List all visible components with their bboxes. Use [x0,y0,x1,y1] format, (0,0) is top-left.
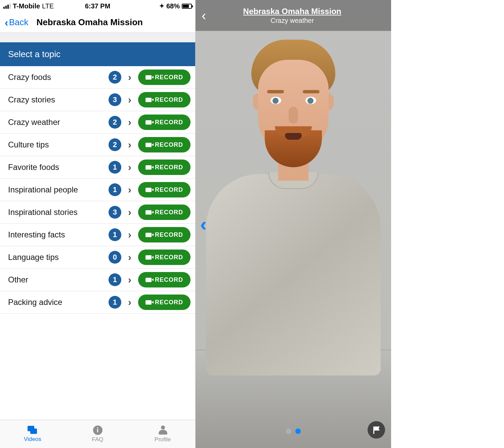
topic-label: Crazy foods [8,73,103,82]
record-button[interactable]: RECORD [138,295,191,310]
count-badge: 3 [109,93,121,106]
count-badge: 3 [109,206,121,219]
count-badge: 1 [109,161,121,174]
flag-button[interactable] [368,421,385,439]
person-placeholder [206,40,381,369]
topic-label: Other [8,275,103,284]
video-frame[interactable] [196,0,391,448]
tab-faq-label: FAQ [92,436,103,443]
topic-row[interactable]: Crazy foods2›RECORD [0,66,195,89]
status-bar: T-Mobile LTE 6:37 PM ✦ 68% [0,0,195,12]
record-button[interactable]: RECORD [138,115,191,130]
video-title[interactable]: Nebraska Omaha Mission [199,7,385,16]
record-label: RECORD [155,254,183,261]
topic-label: Inspirational stories [8,208,103,217]
record-button[interactable]: RECORD [138,227,191,242]
chevron-right-icon: › [127,297,133,308]
topic-row[interactable]: Favorite foods1›RECORD [0,156,195,179]
topics-screen: T-Mobile LTE 6:37 PM ✦ 68% ‹ Back Nebras… [0,0,196,448]
tab-profile-label: Profile [155,436,171,443]
camera-icon [145,143,152,147]
back-button[interactable]: ‹ Back [5,17,28,28]
chevron-right-icon: › [127,139,133,150]
camera-icon [145,165,152,170]
record-button[interactable]: RECORD [138,272,191,287]
chevron-right-icon: › [127,94,133,105]
tab-videos-label: Videos [24,436,41,443]
record-button[interactable]: RECORD [138,160,191,175]
camera-icon [145,210,152,215]
nav-bar: ‹ Back Nebraska Omaha Mission [0,12,195,33]
count-badge: 1 [109,273,121,286]
topic-row[interactable]: Packing advice1›RECORD [0,291,195,314]
record-label: RECORD [155,209,183,216]
prev-video-button[interactable]: ‹ [200,213,207,235]
camera-icon [145,98,152,102]
topic-row[interactable]: Crazy weather2›RECORD [0,111,195,134]
tab-videos[interactable]: Videos [0,420,65,448]
record-button[interactable]: RECORD [138,182,191,197]
record-button[interactable]: RECORD [138,70,191,85]
topic-row[interactable]: Language tips0›RECORD [0,246,195,269]
chevron-right-icon: › [127,207,133,218]
topic-row[interactable]: Interesting facts1›RECORD [0,224,195,246]
record-label: RECORD [155,186,183,193]
record-button[interactable]: RECORD [138,137,191,152]
videos-icon [28,426,38,435]
clock: 6:37 PM [66,2,129,10]
topic-list[interactable]: Crazy foods2›RECORDCrazy stories3›RECORD… [0,66,195,420]
record-button[interactable]: RECORD [138,205,191,220]
tab-profile[interactable]: Profile [130,420,195,448]
chevron-right-icon: › [127,72,133,83]
topic-row[interactable]: Inspirational people1›RECORD [0,179,195,201]
topic-label: Inspirational people [8,185,103,194]
topic-label: Language tips [8,253,103,262]
record-label: RECORD [155,74,183,81]
record-label: RECORD [155,276,183,283]
network-label: LTE [42,2,54,10]
battery-icon [182,4,192,9]
topic-label: Interesting facts [8,230,103,239]
count-badge: 1 [109,296,121,309]
topic-label: Crazy weather [8,118,103,127]
chevron-right-icon: › [127,117,133,128]
camera-icon [145,300,152,305]
video-subtitle: Crazy weather [199,17,385,25]
profile-icon [158,425,167,435]
camera-icon [145,120,152,125]
spacer [0,33,195,42]
chevron-right-icon: › [127,162,133,173]
camera-icon [145,278,152,282]
section-header: Select a topic [0,42,195,66]
count-badge: 2 [109,71,121,84]
flag-icon [373,427,379,433]
info-icon: i [93,425,102,435]
record-label: RECORD [155,299,183,306]
count-badge: 1 [109,228,121,241]
topic-row[interactable]: Inspirational stories3›RECORD [0,201,195,224]
empty-space [391,0,504,448]
record-button[interactable]: RECORD [138,92,191,107]
back-label: Back [9,17,29,28]
count-badge: 1 [109,183,121,196]
record-label: RECORD [155,141,183,148]
record-label: RECORD [155,231,183,238]
tab-faq[interactable]: i FAQ [65,420,130,448]
chevron-right-icon: › [127,252,133,263]
page-dot-0[interactable] [286,429,291,434]
chevron-right-icon: › [127,184,133,195]
signal-icon [3,4,11,9]
topic-row[interactable]: Other1›RECORD [0,269,195,291]
page-indicator[interactable] [286,429,301,434]
count-badge: 0 [109,251,121,264]
record-button[interactable]: RECORD [138,250,191,265]
bluetooth-icon: ✦ [159,2,164,10]
topic-row[interactable]: Crazy stories3›RECORD [0,89,195,111]
camera-icon [145,233,152,237]
record-label: RECORD [155,164,183,171]
carrier-label: T-Mobile [13,2,40,10]
page-dot-1[interactable] [295,429,301,434]
camera-icon [145,188,152,192]
topic-label: Crazy stories [8,95,103,104]
topic-row[interactable]: Culture tips2›RECORD [0,134,195,156]
